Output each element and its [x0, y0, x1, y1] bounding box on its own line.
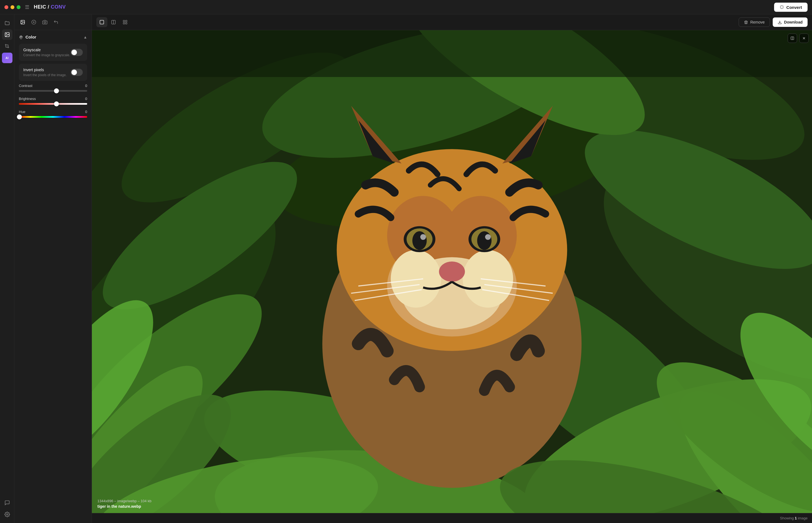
close-button[interactable]: [4, 5, 8, 9]
image-canvas: 1344x896 – image/webp – 104 kb tiger in …: [92, 30, 812, 513]
close-image-button[interactable]: [799, 34, 809, 43]
brightness-slider[interactable]: [19, 103, 87, 105]
svg-point-1: [6, 34, 6, 34]
split-view-icon: [111, 20, 116, 25]
section-title-row: Color: [19, 35, 36, 39]
content-area: Remove Download: [92, 14, 812, 523]
rail-icon-settings[interactable]: [2, 509, 13, 520]
section-collapse-button[interactable]: ▲: [83, 35, 87, 39]
image-name: tiger in the nature.webp: [97, 504, 151, 509]
contrast-slider[interactable]: [19, 90, 87, 92]
close-image-icon: [802, 36, 806, 40]
contrast-label: Contrast: [19, 84, 32, 88]
panel-tabs: [14, 14, 92, 30]
invert-pixels-toggle[interactable]: [71, 69, 83, 76]
rail-icon-folder[interactable]: [2, 18, 13, 28]
svg-point-43: [463, 250, 513, 307]
hue-thumb[interactable]: [17, 114, 22, 120]
svg-point-2: [6, 514, 8, 515]
panel-tab-effects[interactable]: [29, 17, 39, 27]
minimize-button[interactable]: [11, 5, 14, 9]
invert-pixels-desc: Invert the pixels of the image.: [23, 73, 67, 77]
main-layout: AI: [0, 14, 812, 523]
svg-point-6: [44, 22, 46, 23]
status-text: Showing 1 image: [780, 516, 808, 520]
folder-icon: [4, 20, 10, 26]
grid-view-icon: [122, 20, 128, 25]
title-heic: HEIC: [34, 4, 46, 10]
hue-value: 0: [85, 110, 87, 114]
image-icon: [4, 32, 10, 37]
svg-point-56: [439, 262, 465, 282]
icon-rail: AI: [0, 14, 14, 523]
panel-tab-camera[interactable]: [40, 17, 50, 27]
rail-icon-image[interactable]: [2, 29, 13, 40]
download-button[interactable]: Download: [773, 17, 808, 27]
svg-rect-14: [123, 20, 125, 22]
section-header: Color ▲: [19, 35, 87, 39]
chat-icon: [4, 500, 10, 506]
contrast-slider-row: Contrast 0: [19, 84, 87, 92]
rail-icon-crop[interactable]: [2, 41, 13, 52]
image-preview-area: 1344x896 – image/webp – 104 kb tiger in …: [92, 30, 812, 513]
title-conv: CONV: [51, 4, 66, 10]
convert-button[interactable]: Convert: [774, 2, 808, 12]
trash-icon: [744, 20, 748, 24]
svg-rect-69: [92, 30, 812, 77]
invert-pixels-toggle-thumb: [71, 70, 77, 75]
camera-tab-icon: [42, 20, 47, 25]
svg-point-52: [412, 231, 427, 250]
svg-point-53: [477, 231, 492, 250]
view-grid-button[interactable]: [119, 17, 131, 27]
brightness-value: 0: [85, 97, 87, 101]
convert-icon: [780, 5, 784, 10]
traffic-lights: [4, 5, 20, 9]
view-toggle-group: [96, 17, 131, 27]
svg-point-42: [391, 250, 441, 307]
image-corner-buttons: [788, 34, 809, 43]
svg-rect-16: [123, 23, 125, 24]
grayscale-desc: Convert the image to grayscale.: [23, 53, 70, 57]
split-view-corner-button[interactable]: [788, 34, 797, 43]
status-bar: Showing 1 image: [92, 513, 812, 523]
brightness-slider-row: Brightness 0: [19, 97, 87, 105]
view-split-button[interactable]: [108, 17, 119, 27]
images-tab-icon: [20, 20, 25, 25]
svg-point-55: [485, 234, 491, 240]
contrast-thumb[interactable]: [54, 88, 59, 93]
invert-pixels-option: Invert pixels Invert the pixels of the i…: [19, 64, 87, 81]
svg-rect-11: [100, 20, 104, 24]
menu-icon[interactable]: ☰: [25, 4, 29, 10]
image-meta: 1344x896 – image/webp – 104 kb: [97, 499, 151, 503]
history-tab-icon: [53, 20, 58, 25]
hue-slider[interactable]: [19, 116, 87, 118]
svg-rect-15: [126, 20, 127, 22]
panel-tab-history[interactable]: [51, 17, 61, 27]
rail-icon-chat[interactable]: [2, 498, 13, 508]
color-section: Color ▲ Grayscale Convert the image to g…: [14, 30, 92, 127]
image-info-overlay: 1344x896 – image/webp – 104 kb tiger in …: [97, 499, 151, 509]
invert-pixels-title: Invert pixels: [23, 68, 67, 72]
section-title: Color: [25, 35, 36, 39]
contrast-value: 0: [85, 84, 87, 88]
brightness-label: Brightness: [19, 97, 36, 101]
panel-tab-images[interactable]: [18, 17, 28, 27]
brightness-thumb[interactable]: [54, 102, 59, 106]
svg-point-54: [420, 234, 426, 240]
hue-label: Hue: [19, 110, 25, 114]
rail-icon-ai[interactable]: AI: [2, 53, 13, 63]
content-actions: Remove Download: [739, 17, 808, 27]
svg-rect-17: [126, 23, 127, 24]
left-panel: Color ▲ Grayscale Convert the image to g…: [14, 14, 92, 523]
tiger-background-svg: [92, 30, 812, 513]
svg-point-4: [22, 21, 22, 22]
view-single-button[interactable]: [96, 17, 107, 27]
remove-button[interactable]: Remove: [739, 17, 770, 27]
grayscale-toggle[interactable]: [71, 49, 83, 56]
grayscale-title: Grayscale: [23, 48, 70, 52]
maximize-button[interactable]: [17, 5, 20, 9]
single-view-icon: [99, 20, 104, 25]
app-title: HEIC / CONV: [34, 4, 66, 10]
hue-slider-row: Hue 0: [19, 110, 87, 118]
content-toolbar: Remove Download: [92, 14, 812, 30]
